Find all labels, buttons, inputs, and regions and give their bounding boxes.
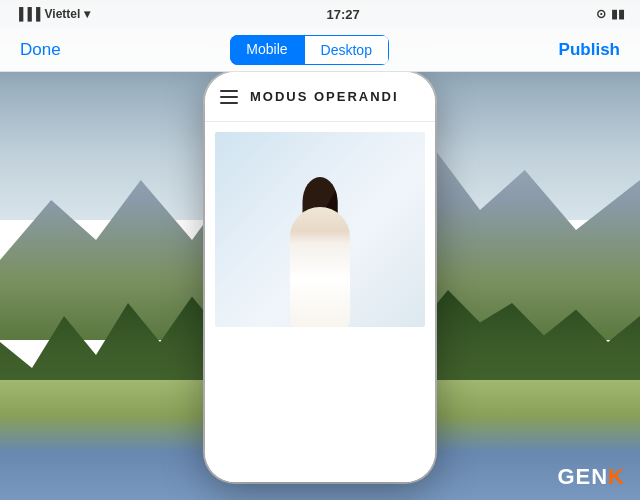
hamburger-line-3: [220, 102, 238, 104]
status-time: 17:27: [327, 7, 360, 22]
hero-image: [215, 132, 425, 327]
watermark: GENK: [557, 464, 625, 490]
status-bar: ▐▐▐ Viettel ▾ 17:27 ⊙ ▮▮: [0, 0, 640, 28]
desktop-tab[interactable]: Desktop: [304, 35, 389, 65]
hamburger-line-1: [220, 90, 238, 92]
hamburger-menu-icon[interactable]: [220, 90, 238, 104]
toolbar: Done Mobile Desktop Publish: [0, 28, 640, 72]
website-header: MODUS OPERANDI: [205, 72, 435, 122]
battery-icon: ▮▮: [611, 7, 625, 21]
status-left: ▐▐▐ Viettel ▾: [15, 7, 90, 21]
publish-button[interactable]: Publish: [559, 40, 620, 60]
alarm-icon: ⊙: [596, 7, 606, 21]
view-toggle: Mobile Desktop: [230, 35, 389, 65]
signal-icon: ▐▐▐: [15, 7, 41, 21]
done-button[interactable]: Done: [20, 40, 61, 60]
watermark-gen: GEN: [557, 464, 608, 489]
site-title: MODUS OPERANDI: [250, 89, 399, 104]
phone-preview-frame: MODUS OPERANDI: [205, 72, 435, 482]
watermark-text: GENK: [557, 464, 625, 490]
person-figure: [290, 207, 350, 327]
below-fold-content: [205, 337, 435, 482]
hamburger-line-2: [220, 96, 238, 98]
status-right: ⊙ ▮▮: [596, 7, 625, 21]
mobile-tab[interactable]: Mobile: [230, 35, 303, 65]
carrier-name: Viettel: [45, 7, 81, 21]
website-content: [205, 122, 435, 337]
person-body: [290, 207, 350, 327]
wifi-icon: ▾: [84, 7, 90, 21]
watermark-k: K: [608, 464, 625, 489]
